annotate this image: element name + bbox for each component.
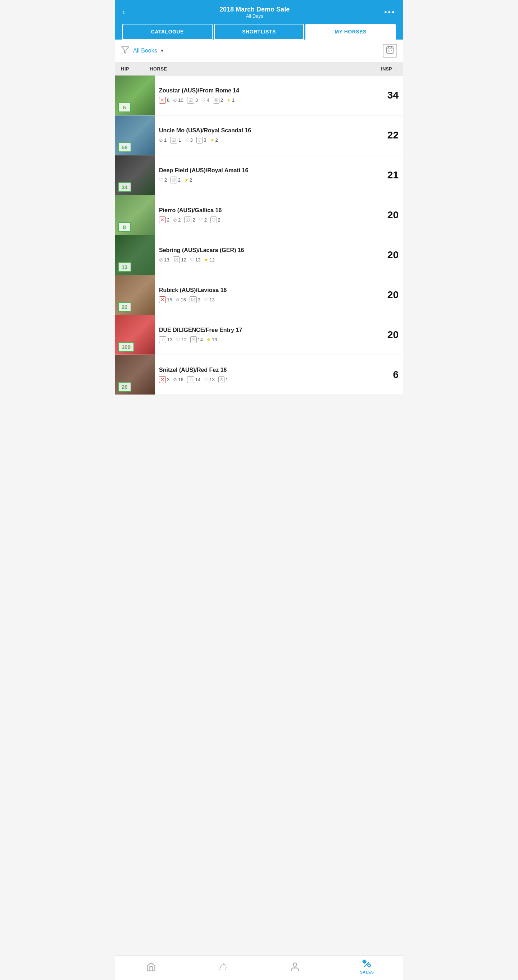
stat-check: ☑ 3 xyxy=(190,296,200,303)
svg-marker-0 xyxy=(121,47,129,53)
stat-heart: ♡ 13 xyxy=(190,257,200,262)
horse-row[interactable]: 26 Snitzel (AUS)/Red Fez 16 ✕ 3 ⊘ 16 ☑ 1… xyxy=(115,355,403,395)
hip-badge: 26 xyxy=(118,382,131,391)
stat-check: ☑ 1 xyxy=(170,137,181,143)
user-icon xyxy=(290,962,300,972)
horse-info: Uncle Mo (USA)/Royal Scandal 16 ⊘ 1 ☑ 1 … xyxy=(155,123,381,148)
stat-x: ✕ 8 xyxy=(159,97,169,103)
filter-bar: All Books ▼ xyxy=(115,40,403,62)
nav-user[interactable] xyxy=(259,962,331,972)
stat-star: ★ 13 xyxy=(207,337,217,342)
hip-badge: 100 xyxy=(118,342,134,352)
stat-heart: ♡ 4 xyxy=(201,97,209,103)
horse-info: Pierro (AUS)/Gallica 16 ✕ 2 ⊘ 2 ☑ 2 ♡ 2 … xyxy=(155,203,381,228)
header-top: ‹ 2018 March Demo Sale All Days ••• xyxy=(122,6,396,19)
more-button[interactable]: ••• xyxy=(384,8,396,17)
hip-badge: 8 xyxy=(118,222,131,232)
insp-number: 20 xyxy=(381,209,403,221)
back-button[interactable]: ‹ xyxy=(122,8,125,17)
tab-myhorses[interactable]: MY HORSES xyxy=(305,24,396,40)
page-subtitle: All Days xyxy=(220,13,290,19)
filter-label[interactable]: All Books xyxy=(133,48,157,54)
horse-row[interactable]: 100 DUE DILIGENCE/Free Entry 17 ☑ 13 ♡ 1… xyxy=(115,315,403,355)
horse-thumbnail: 13 xyxy=(115,235,155,275)
horse-stats: ☑ 13 ♡ 12 ® 14 ★ 13 xyxy=(159,336,378,343)
stat-heart: ♡ 2 xyxy=(199,217,207,223)
header-title-block: 2018 March Demo Sale All Days xyxy=(220,6,290,19)
stat-heart: ♡ 13 xyxy=(204,377,214,382)
stat-reserved: ® 2 xyxy=(213,97,223,103)
stat-reserved: ® 3 xyxy=(196,137,207,143)
stat-circle: ⊘ 10 xyxy=(173,97,183,103)
horse-name: Uncle Mo (USA)/Royal Scandal 16 xyxy=(159,127,378,134)
stat-star: ★ 2 xyxy=(210,137,218,143)
horse-info: Sebring (AUS)/Lacara (GER) 16 ⊘ 13 ☑ 12 … xyxy=(155,243,381,267)
nav-sales[interactable]: SALES xyxy=(331,959,403,974)
horse-thumbnail: 22 xyxy=(115,275,155,315)
horse-row[interactable]: 8 Pierro (AUS)/Gallica 16 ✕ 2 ⊘ 2 ☑ 2 ♡ … xyxy=(115,195,403,235)
horse-stats: ✕ 8 ⊘ 10 ☑ 3 ♡ 4 ® 2 ★ 1 xyxy=(159,97,378,103)
stat-star: ★ 2 xyxy=(184,177,192,183)
horse-name: Rubick (AUS)/Leviosa 16 xyxy=(159,287,378,293)
svg-rect-13 xyxy=(367,964,371,967)
horse-row[interactable]: 5 Zoustar (AUS)/From Rome 14 ✕ 8 ⊘ 10 ☑ … xyxy=(115,76,403,115)
stat-reserved: ® 1 xyxy=(218,376,228,383)
horse-stats: ⊘ 13 ☑ 12 ♡ 13 ★ 12 xyxy=(159,256,378,263)
stat-x: ✕ 15 xyxy=(159,296,172,303)
insp-number: 20 xyxy=(381,289,403,301)
insp-number: 20 xyxy=(381,249,403,261)
horse-icon xyxy=(218,962,228,972)
stat-star: ★ 1 xyxy=(226,97,234,103)
horse-row[interactable]: 13 Sebring (AUS)/Lacara (GER) 16 ⊘ 13 ☑ … xyxy=(115,235,403,275)
stat-check: ☑ 14 xyxy=(187,376,200,383)
stat-reserved: ® 2 xyxy=(210,216,220,223)
stat-heart: ♡ 12 xyxy=(176,337,186,342)
horse-row[interactable]: 22 Rubick (AUS)/Leviosa 16 ✕ 15 ⊘ 15 ☑ 3… xyxy=(115,275,403,315)
sales-nav-label: SALES xyxy=(360,970,374,974)
horse-info: Rubick (AUS)/Leviosa 16 ✕ 15 ⊘ 15 ☑ 3 ♡ … xyxy=(155,283,381,307)
horse-info: DUE DILIGENCE/Free Entry 17 ☑ 13 ♡ 12 ® … xyxy=(155,323,381,347)
stat-x: ✕ 3 xyxy=(159,376,169,383)
horse-row[interactable]: 34 Deep Field (AUS)/Royal Amati 16 ♡ 2 ®… xyxy=(115,155,403,195)
stat-reserved: ® 2 xyxy=(171,177,180,183)
home-icon xyxy=(146,962,156,972)
col-horse-header: HORSE xyxy=(150,66,376,72)
insp-number: 21 xyxy=(381,169,403,181)
horse-name: Pierro (AUS)/Gallica 16 xyxy=(159,207,378,214)
horse-thumbnail: 58 xyxy=(115,115,155,155)
stat-circle: ⊘ 16 xyxy=(173,377,183,382)
horse-name: Sebring (AUS)/Lacara (GER) 16 xyxy=(159,247,378,253)
horse-thumbnail: 26 xyxy=(115,355,155,395)
horse-name: Snitzel (AUS)/Red Fez 16 xyxy=(159,367,378,373)
nav-home[interactable] xyxy=(115,962,187,972)
hip-badge: 58 xyxy=(118,142,131,152)
tab-shortlists[interactable]: SHORTLISTS xyxy=(214,24,304,40)
insp-number: 22 xyxy=(381,129,403,141)
stat-check: ☑ 12 xyxy=(173,256,186,263)
hip-badge: 13 xyxy=(118,262,131,272)
filter-caret-icon: ▼ xyxy=(160,48,164,53)
col-insp-header: INSP ↓ xyxy=(376,66,397,72)
horse-stats: ✕ 3 ⊘ 16 ☑ 14 ♡ 13 ® 1 xyxy=(159,376,378,383)
svg-point-10 xyxy=(293,963,296,966)
horse-name: Zoustar (AUS)/From Rome 14 xyxy=(159,88,378,94)
col-hip-header: HIP xyxy=(121,66,150,72)
nav-horse[interactable] xyxy=(187,962,259,972)
insp-number: 20 xyxy=(381,329,403,340)
calendar-button[interactable] xyxy=(383,44,397,57)
stat-check: ☑ 3 xyxy=(187,97,198,103)
horse-thumbnail: 100 xyxy=(115,315,155,355)
stat-x: ✕ 2 xyxy=(159,216,169,223)
hip-badge: 5 xyxy=(118,102,131,112)
hip-badge: 34 xyxy=(118,182,131,192)
stat-circle: ⊘ 15 xyxy=(175,297,186,302)
stat-circle: ⊘ 2 xyxy=(173,217,180,223)
horse-row[interactable]: 58 Uncle Mo (USA)/Royal Scandal 16 ⊘ 1 ☑… xyxy=(115,115,403,155)
horse-stats: ⊘ 1 ☑ 1 ♡ 3 ® 3 ★ 2 xyxy=(159,137,378,143)
stat-star: ★ 12 xyxy=(204,257,214,262)
sort-arrow-icon[interactable]: ↓ xyxy=(395,66,397,72)
page-title: 2018 March Demo Sale xyxy=(220,6,290,13)
svg-rect-12 xyxy=(363,960,366,964)
horse-stats: ✕ 2 ⊘ 2 ☑ 2 ♡ 2 ® 2 xyxy=(159,216,378,223)
tab-catalogue[interactable]: CATALOGUE xyxy=(122,24,213,40)
